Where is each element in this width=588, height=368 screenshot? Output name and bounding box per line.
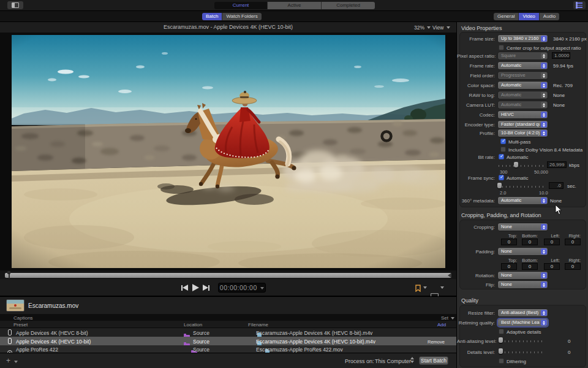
bit-rate-slider-thumb[interactable] — [514, 162, 518, 167]
metadata-360-popup[interactable]: Automatic — [498, 197, 548, 204]
raw-to-log-value: Automatic — [501, 91, 540, 99]
preset-row[interactable]: Apple Devices 4K (HEVC 8-bit) Source Esc… — [0, 328, 456, 337]
bit-rate-field[interactable]: 26,999 — [547, 161, 567, 168]
stepper-icon[interactable] — [410, 357, 414, 363]
video-still-escaramuza — [12, 35, 445, 268]
pad-bottom-field[interactable]: 0 — [522, 263, 538, 270]
tab-general[interactable]: General — [494, 13, 519, 20]
section-title-video-properties: Video Properties — [461, 25, 502, 31]
details-level-slider[interactable] — [501, 351, 545, 353]
popup-arrows-icon — [541, 63, 547, 69]
frame-sync-field[interactable]: .0 — [549, 182, 564, 189]
sidebar-toggle-button[interactable] — [7, 1, 23, 9]
color-space-popup[interactable]: Automatic — [498, 82, 548, 89]
padding-popup[interactable]: None — [498, 248, 548, 255]
tab-audio[interactable]: Audio — [540, 13, 559, 20]
pad-top-field[interactable]: 0 — [501, 263, 517, 270]
job-thumbnail[interactable] — [6, 299, 24, 312]
frame-rate-popup[interactable]: Automatic — [498, 62, 548, 69]
bit-rate-label: Bit rate: — [457, 155, 495, 160]
job-name[interactable]: Escaramuzas.mov — [28, 302, 78, 309]
metadata-360-info: None — [550, 198, 562, 204]
details-level-label: Details level: — [457, 350, 495, 355]
phone-icon — [8, 338, 12, 344]
color-space-label: Color space: — [457, 83, 495, 88]
crop-right-field[interactable]: 0 — [565, 239, 581, 245]
camera-lut-value: Automatic — [501, 101, 540, 109]
rotation-popup[interactable]: None — [498, 272, 548, 279]
codec-label: Codec: — [457, 112, 495, 118]
anti-aliasing-value: 0 — [568, 339, 570, 344]
crop-top-field[interactable]: 0 — [501, 239, 517, 245]
padding-value: None — [501, 248, 540, 255]
retiming-quality-popup[interactable]: Best (Machine Learni... — [498, 319, 548, 326]
cropping-popup[interactable]: None — [498, 223, 548, 231]
resize-filter-popup[interactable]: Anti-aliased (Best) — [498, 309, 548, 316]
details-level-slider-thumb[interactable] — [499, 348, 503, 354]
tab-active[interactable]: Active — [268, 2, 322, 9]
center-crop-checkbox[interactable] — [499, 45, 504, 50]
bit-rate-slider[interactable] — [499, 165, 545, 167]
play-button[interactable] — [192, 284, 199, 291]
tab-current[interactable]: Current — [214, 2, 268, 9]
anti-aliasing-slider-thumb[interactable] — [499, 337, 503, 343]
start-batch-button[interactable]: Start Batch — [419, 356, 448, 365]
preset-row-selected[interactable]: Apple Devices 4K (HEVC 10-bit) Source Es… — [0, 337, 456, 345]
chevron-down-icon[interactable] — [423, 286, 427, 289]
timeline-scrubber[interactable] — [5, 273, 451, 278]
preset-name: Apple ProRes 422 — [16, 347, 58, 353]
video-frame — [12, 35, 445, 268]
crop-bottom-field[interactable]: 0 — [522, 239, 538, 245]
view-menu[interactable]: View — [432, 25, 450, 31]
frame-rate-label: Frame rate: — [457, 63, 495, 69]
process-target-popup[interactable]: This Computer — [375, 358, 411, 364]
inspector-toggle-button[interactable] — [573, 1, 586, 9]
frame-sync-unit: sec. — [567, 183, 576, 189]
frame-sync-auto-checkbox[interactable] — [499, 175, 504, 180]
tab-watch-folders[interactable]: Watch Folders — [222, 13, 261, 20]
tab-video[interactable]: Video — [519, 13, 539, 20]
remove-button[interactable]: Remove — [428, 339, 445, 345]
pixel-aspect-popup: Square — [498, 52, 548, 59]
pad-left-field[interactable]: 0 — [544, 263, 560, 270]
camera-lut-label: Camera LUT: — [457, 102, 495, 108]
add-preset-button[interactable]: Add — [437, 322, 446, 328]
crop-left-field[interactable]: 0 — [544, 239, 560, 245]
captions-row[interactable]: Captions Set — [0, 314, 456, 321]
chevron-down-icon[interactable] — [14, 361, 18, 363]
bookmark-button[interactable] — [415, 283, 421, 291]
timecode-display[interactable]: 00:00:00:00 — [218, 283, 266, 293]
dithering-checkbox[interactable] — [499, 358, 504, 364]
pixel-aspect-label: Pixel aspect ratio: — [457, 53, 495, 59]
chevron-down-icon — [260, 287, 264, 289]
resize-filter-label: Resize filter: — [457, 310, 495, 316]
frame-sync-slider-thumb[interactable] — [497, 183, 502, 188]
adaptive-details-checkbox[interactable] — [499, 329, 504, 334]
prev-frame-button[interactable] — [181, 285, 188, 291]
multi-pass-checkbox[interactable] — [500, 139, 506, 144]
pad-right-field[interactable]: 0 — [565, 263, 581, 270]
tab-completed[interactable]: Completed — [322, 2, 375, 9]
frame-size-popup[interactable]: Up to 3840 x 2160 — [498, 35, 548, 42]
popup-arrows-icon — [541, 248, 547, 255]
frame-sync-auto-label: Automatic — [507, 175, 529, 181]
dolby-vision-checkbox[interactable] — [500, 147, 506, 152]
next-frame-button[interactable] — [203, 285, 209, 291]
flip-popup[interactable]: None — [498, 281, 548, 288]
bit-rate-auto-checkbox[interactable] — [499, 154, 504, 159]
inspector-toggle-icon — [576, 2, 582, 8]
tab-batch[interactable]: Batch — [202, 13, 222, 20]
encoder-type-popup[interactable]: Faster (standard qua... — [498, 121, 548, 128]
chevron-down-icon[interactable] — [440, 286, 444, 289]
frame-sync-slider[interactable] — [499, 186, 545, 188]
captions-set-menu[interactable]: Set — [441, 315, 448, 321]
view-menu-label: View — [432, 25, 443, 31]
playhead-line[interactable] — [9, 272, 10, 278]
add-job-button[interactable]: + — [6, 356, 10, 365]
zoom-level-menu[interactable]: 32% — [414, 25, 431, 31]
cropping-label: Cropping: — [457, 224, 495, 230]
codec-popup[interactable]: HEVC — [498, 111, 548, 118]
profile-popup[interactable]: 10-Bit Color (4:2:0) — [498, 129, 548, 137]
preview-title: Escaramuzas.mov - Apple Devices 4K (HEVC… — [0, 22, 456, 33]
anti-aliasing-slider[interactable] — [501, 340, 545, 342]
